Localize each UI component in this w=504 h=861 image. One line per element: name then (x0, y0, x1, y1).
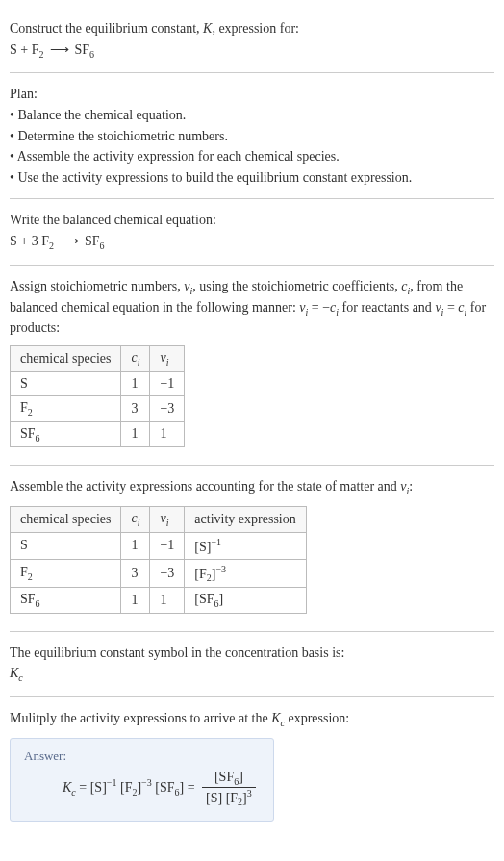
stoich-t1: Assign stoichiometric numbers, (10, 279, 184, 293)
cell-c: 1 (121, 421, 150, 447)
ans-num-a: [SF (214, 770, 234, 784)
reactant-F2-sub: 2 (39, 48, 44, 59)
cell-species: F2 (11, 395, 121, 421)
ans-t2-sup: −3 (141, 777, 152, 788)
th-c-i: i (138, 518, 140, 528)
kc-symbol-section: The equilibrium constant symbol in the c… (10, 632, 494, 697)
table-row: SF6 1 1 [SF6] (11, 588, 307, 614)
stoich-text: Assign stoichiometric numbers, νi, using… (10, 277, 494, 338)
ans-K: K (63, 780, 71, 795)
kc-line2: Kc (10, 664, 494, 685)
cell-activity: [S]−1 (185, 532, 306, 559)
product-SF6-sub: 6 (89, 48, 94, 59)
cell-F2-sub: 2 (28, 407, 33, 418)
plus-1: + (17, 42, 32, 57)
act-SF6-r: ] (219, 592, 224, 606)
cell-c: 1 (121, 588, 150, 614)
th-species: chemical species (11, 507, 121, 533)
arrow-1: ⟶ (50, 42, 69, 57)
stoich-section: Assign stoichiometric numbers, νi, using… (10, 266, 494, 467)
cell-species: F2 (11, 559, 121, 587)
intro-section: Construct the equilibrium constant, K, e… (10, 8, 494, 73)
table-row: F2 3 −3 [F2]−3 (11, 559, 307, 587)
activity-section: Assemble the activity expressions accoun… (10, 466, 494, 632)
ans-t1: [S] (90, 780, 107, 795)
bal-coef2: 3 (32, 234, 42, 248)
plan-section: Plan: • Balance the chemical equation. •… (10, 73, 494, 199)
balanced-section: Write the balanced chemical equation: S … (10, 199, 494, 265)
table-row: S 1 −1 [S]−1 (11, 532, 307, 559)
bal-S: S (10, 234, 17, 248)
mult-t1: Mulitply the activity expressions to arr… (10, 711, 271, 725)
cell-SF6-sub: 6 (36, 432, 40, 443)
table-row: S 1 −1 (11, 371, 185, 395)
stoich-eq1-eq: = − (308, 300, 330, 315)
cell-nu: −3 (150, 559, 185, 587)
cell-SF6-sub: 6 (36, 598, 40, 609)
th-c-i: i (138, 357, 140, 367)
cell-F2-sub: 2 (28, 571, 33, 582)
cell-nu: 1 (150, 588, 185, 614)
table-row: SF6 1 1 (11, 421, 185, 447)
ans-t3a: [SF (152, 780, 175, 795)
th-nu-i: i (166, 357, 169, 367)
bal-SF6-main: SF (85, 234, 100, 248)
act-t1: Assemble the activity expressions accoun… (10, 479, 400, 494)
mult-K: K (271, 711, 280, 725)
ans-eq2: = (184, 780, 198, 795)
th-nui: νi (150, 345, 185, 371)
cell-c: 1 (121, 532, 150, 559)
intro-equation: S + F2⟶SF6 (10, 40, 494, 62)
ans-num: [SF6] (202, 770, 256, 788)
kc-K: K (10, 666, 18, 680)
cell-nu: −1 (150, 371, 185, 395)
cell-c: 3 (121, 395, 150, 421)
cell-F2-main: F (20, 400, 28, 415)
ans-den-a: [S] [F (206, 790, 238, 804)
activity-title: Assemble the activity expressions accoun… (10, 477, 494, 498)
act-S-body: [S] (194, 540, 211, 554)
cell-F2-main: F (20, 565, 28, 579)
ans-den: [S] [F2]3 (202, 788, 256, 807)
th-ci: ci (121, 507, 150, 533)
plan-b3: • Assemble the activity expression for e… (10, 147, 494, 166)
cell-species: S (11, 532, 121, 559)
plan-b4: • Use the activity expressions to build … (10, 168, 494, 188)
balanced-title: Write the balanced chemical equation: (10, 211, 494, 230)
bal-F2-sub: 2 (49, 241, 54, 251)
act-SF6-l: [SF (194, 592, 214, 606)
intro-line1: Construct the equilibrium constant, K, e… (10, 19, 494, 38)
act-F2-sup: −3 (215, 564, 226, 574)
cell-species: SF6 (11, 588, 121, 614)
answer-box: Answer: Kc = [S]−1 [F2]−3 [SF6] = [SF6][… (10, 738, 274, 822)
activity-table: chemical species ci νi activity expressi… (10, 506, 307, 614)
ans-num-b: ] (239, 770, 243, 784)
cell-species: S (11, 371, 121, 395)
kc-line1: The equilibrium constant symbol in the c… (10, 644, 494, 663)
cell-activity: [SF6] (185, 588, 306, 614)
table-row: F2 3 −3 (11, 395, 185, 421)
bal-SF6-sub: 6 (100, 241, 105, 251)
mult-t2: expression: (285, 711, 349, 725)
ans-t2a: [F (116, 780, 132, 795)
cell-species: SF6 (11, 421, 121, 447)
table-header-row: chemical species ci νi (11, 345, 185, 371)
th-activity: activity expression (185, 507, 306, 533)
bal-plus: + (17, 234, 32, 248)
stoich-table: chemical species ci νi S 1 −1 F2 3 −3 SF… (10, 345, 185, 447)
th-nui: νi (150, 507, 185, 533)
stoich-t4: for reactants and (339, 300, 435, 315)
product-SF6-main: SF (75, 42, 90, 57)
th-species: chemical species (11, 345, 121, 371)
plan-b1: • Balance the chemical equation. (10, 106, 494, 125)
th-ci: ci (121, 345, 150, 371)
ans-den-sup: 3 (247, 788, 252, 798)
ans-t1-sup: −1 (107, 777, 117, 788)
table-header-row: chemical species ci νi activity expressi… (11, 507, 307, 533)
plan-b2: • Determine the stoichiometric numbers. (10, 127, 494, 146)
cell-c: 1 (121, 371, 150, 395)
intro-text1: Construct the equilibrium constant, (10, 21, 203, 36)
intro-text2: , expression for: (212, 21, 299, 36)
reactant-F2-main: F (32, 42, 39, 57)
cell-SF6-main: SF (20, 426, 36, 441)
